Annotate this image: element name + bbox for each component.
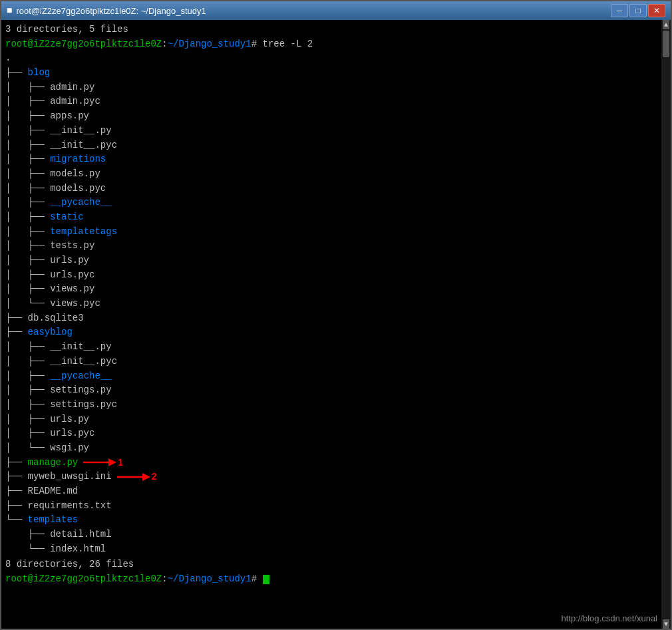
tree-line-models-pyc: │ ├── models.pyc — [5, 182, 667, 196]
tree-line-settings-pyc: │ ├── settings.pyc — [5, 398, 667, 412]
titlebar-left: ■ root@iZ2ze7gg2o6tplktzc1le0Z: ~/Django… — [7, 5, 206, 16]
terminal-content: 3 directories, 5 files root@iZ2ze7gg2o6t… — [1, 20, 671, 629]
tree-line-easyblog-init-py: │ ├── __init__.py — [5, 340, 667, 355]
tree-line-views-py: │ ├── views.py — [5, 282, 667, 297]
titlebar-title: root@iZ2ze7gg2o6tplktzc1le0Z: ~/Django_s… — [16, 6, 206, 16]
maximize-button[interactable]: □ — [629, 4, 647, 17]
tree-line-urls-pyc: │ ├── urls.pyc — [5, 268, 667, 283]
tree-line-manage-py: ├── manage.py 1 — [5, 456, 667, 470]
tree-line-urls-py: │ ├── urls.py — [5, 253, 667, 268]
tree-root: . — [5, 51, 667, 66]
tree-line-easyblog: ├── easyblog — [5, 325, 667, 340]
final-prompt-line: root@iZ2ze7gg2o6tplktzc1le0Z:~/Django_st… — [5, 572, 667, 587]
tree-line-db: ├── db.sqlite3 — [5, 311, 667, 326]
cursor — [263, 575, 269, 584]
terminal-window: ■ root@iZ2ze7gg2o6tplktzc1le0Z: ~/Django… — [0, 0, 672, 630]
tree-line-migrations: │ ├── migrations — [5, 152, 667, 167]
tree-line-static: │ ├── static — [5, 210, 667, 225]
tree-line-wsgi: │ └── wsgi.py — [5, 441, 667, 456]
summary-line: 8 directories, 26 files — [5, 557, 667, 572]
svg-marker-3 — [142, 473, 150, 481]
tree-line-tests-py: │ ├── tests.py — [5, 239, 667, 253]
tree-line-myweb-uwsgi: ├── myweb_uwsgi.ini 2 — [5, 470, 667, 484]
tree-line-apps-py: │ ├── apps.py — [5, 109, 667, 124]
tree-line-detail-html: ├── detail.html — [5, 528, 667, 542]
tree-line-init-pyc: │ ├── __init__.pyc — [5, 138, 667, 153]
command-line: root@iZ2ze7gg2o6tplktzc1le0Z:~/Django_st… — [5, 37, 667, 52]
scrollbar-thumb[interactable] — [663, 31, 669, 57]
tree-line-readme: ├── README.md — [5, 484, 667, 499]
tree-line-blog: ├── blog — [5, 66, 667, 80]
titlebar-buttons: ─ □ ✕ — [611, 4, 665, 17]
watermark: http://blog.csdn.net/xunal — [561, 613, 657, 623]
tree-line-models-py: │ ├── models.py — [5, 167, 667, 182]
tree-line-templates: └── templates — [5, 513, 667, 528]
close-button[interactable]: ✕ — [648, 4, 665, 17]
tree-line-pycache: │ ├── __pycache__ — [5, 196, 667, 210]
tree-line-requirments: ├── requirments.txt — [5, 499, 667, 514]
tree-line-easyblog-pycache: │ ├── __pycache__ — [5, 369, 667, 384]
terminal-icon: ■ — [7, 5, 12, 16]
prev-summary-line: 3 directories, 5 files — [5, 23, 667, 37]
tree-line-templatetags: │ ├── templatetags — [5, 225, 667, 239]
tree-line-index-html: └── index.html — [5, 542, 667, 557]
scrollbar[interactable]: ▲ ▼ — [661, 20, 671, 629]
svg-marker-1 — [108, 458, 116, 466]
titlebar: ■ root@iZ2ze7gg2o6tplktzc1le0Z: ~/Django… — [1, 1, 671, 20]
tree-line-easyblog-urls-pyc: │ ├── urls.pyc — [5, 426, 667, 441]
minimize-button[interactable]: ─ — [611, 4, 628, 17]
tree-line-settings-py: │ ├── settings.py — [5, 383, 667, 398]
tree-line-easyblog-urls-py: │ ├── urls.py — [5, 412, 667, 427]
tree-line-easyblog-init-pyc: │ ├── __init__.pyc — [5, 355, 667, 369]
tree-line-admin-pyc: │ ├── admin.pyc — [5, 94, 667, 109]
tree-line-init-py: │ ├── __init__.py — [5, 124, 667, 138]
terminal-body[interactable]: 3 directories, 5 files root@iZ2ze7gg2o6t… — [1, 20, 671, 629]
tree-line-views-pyc: │ └── views.pyc — [5, 297, 667, 311]
tree-line-admin-py: │ ├── admin.py — [5, 80, 667, 95]
